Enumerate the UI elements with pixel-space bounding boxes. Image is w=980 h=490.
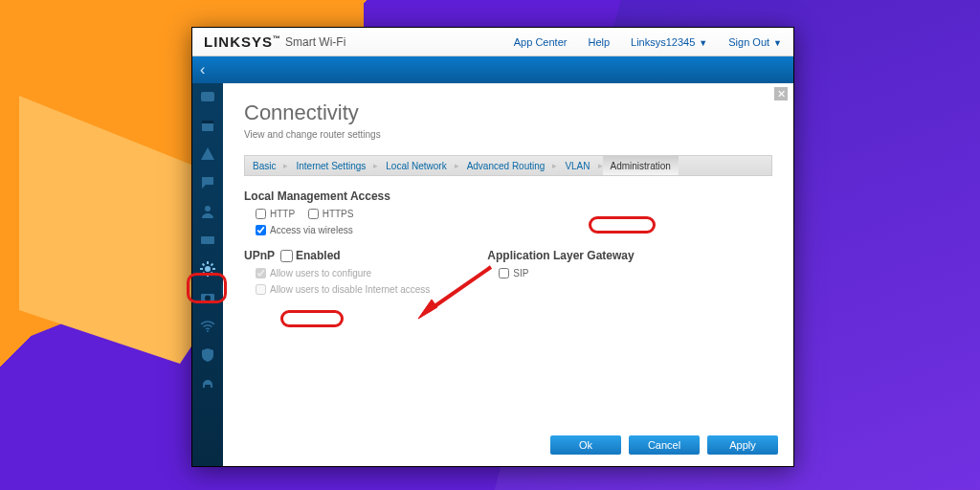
nav-sign-out[interactable]: Sign Out▼ bbox=[728, 36, 782, 48]
collapse-bar: ‹ bbox=[192, 56, 793, 83]
svg-rect-2 bbox=[202, 121, 213, 123]
nav-help[interactable]: Help bbox=[588, 36, 610, 48]
chat-icon[interactable] bbox=[198, 175, 217, 190]
settings-icon[interactable] bbox=[198, 261, 217, 277]
upnp-enabled-checkbox[interactable] bbox=[280, 250, 293, 262]
tab-local-network[interactable]: Local Network bbox=[378, 156, 454, 175]
calendar-icon[interactable] bbox=[198, 118, 217, 133]
apply-button[interactable]: Apply bbox=[707, 435, 778, 455]
chevron-down-icon: ▼ bbox=[773, 38, 782, 48]
users-icon[interactable] bbox=[198, 204, 217, 219]
access-wireless-checkbox[interactable] bbox=[256, 225, 266, 235]
dashboard-icon[interactable] bbox=[198, 89, 217, 104]
app-window: LINKSYS™ Smart Wi-Fi App Center Help Lin… bbox=[191, 27, 794, 467]
access-wireless-label: Access via wireless bbox=[270, 225, 353, 235]
tab-administration[interactable]: Administration bbox=[603, 156, 679, 175]
topbar: LINKSYS™ Smart Wi-Fi App Center Help Lin… bbox=[192, 28, 793, 56]
svg-marker-3 bbox=[201, 147, 214, 160]
tab-internet-settings[interactable]: Internet Settings bbox=[288, 156, 373, 175]
cancel-button[interactable]: Cancel bbox=[629, 435, 700, 455]
svg-point-8 bbox=[205, 296, 211, 301]
button-bar: Ok Cancel Apply bbox=[550, 435, 778, 455]
sidebar bbox=[192, 83, 223, 466]
allow-configure-checkbox bbox=[256, 268, 266, 278]
page-title: Connectivity bbox=[244, 100, 772, 125]
section-local-mgmt: Local Management Access bbox=[244, 189, 772, 203]
https-checkbox[interactable] bbox=[308, 209, 319, 219]
wifi-icon[interactable] bbox=[198, 319, 217, 334]
http-label: HTTP bbox=[270, 209, 295, 219]
highlight-upnp-enabled bbox=[280, 310, 344, 327]
svg-marker-11 bbox=[418, 300, 437, 319]
chevron-down-icon: ▼ bbox=[699, 38, 707, 48]
chevron-left-icon[interactable]: ‹ bbox=[200, 61, 205, 78]
brand-logo: LINKSYS™ bbox=[204, 33, 281, 50]
nav-account[interactable]: Linksys12345▼ bbox=[631, 36, 707, 48]
camera-icon[interactable] bbox=[198, 290, 217, 305]
svg-rect-5 bbox=[201, 236, 214, 244]
https-label: HTTPS bbox=[323, 209, 354, 219]
close-icon[interactable]: ✕ bbox=[774, 87, 788, 100]
tabstrip: Basic▸ Internet Settings▸ Local Network▸… bbox=[244, 155, 772, 176]
sip-checkbox[interactable] bbox=[499, 268, 509, 278]
allow-configure-label: Allow users to configure bbox=[270, 268, 371, 278]
brand-subtitle: Smart Wi-Fi bbox=[285, 35, 345, 49]
card-icon[interactable] bbox=[198, 233, 217, 248]
svg-point-6 bbox=[205, 266, 211, 272]
ok-button[interactable]: Ok bbox=[550, 435, 621, 455]
page-subtitle: View and change router settings bbox=[244, 129, 772, 140]
allow-disable-net-checkbox bbox=[256, 284, 266, 295]
http-checkbox[interactable] bbox=[256, 209, 266, 219]
headset-icon[interactable] bbox=[198, 376, 217, 391]
svg-point-4 bbox=[205, 206, 211, 212]
section-alg: Application Layer Gateway bbox=[487, 249, 634, 262]
body-area: ✕ Connectivity View and change router se… bbox=[192, 83, 793, 466]
tab-advanced-routing[interactable]: Advanced Routing bbox=[459, 156, 553, 175]
tab-vlan[interactable]: VLAN bbox=[557, 156, 597, 175]
content-pane: ✕ Connectivity View and change router se… bbox=[223, 83, 793, 466]
sip-label: SIP bbox=[513, 268, 528, 278]
allow-disable-net-label: Allow users to disable Internet access bbox=[270, 284, 430, 295]
nav-app-center[interactable]: App Center bbox=[514, 36, 568, 48]
svg-rect-0 bbox=[201, 92, 214, 101]
tab-basic[interactable]: Basic bbox=[245, 156, 283, 175]
shield-icon[interactable] bbox=[198, 347, 217, 363]
svg-point-9 bbox=[207, 330, 209, 332]
upnp-enabled-label: Enabled bbox=[296, 249, 341, 262]
warning-icon[interactable] bbox=[198, 146, 217, 162]
section-upnp: UPnP bbox=[244, 249, 275, 262]
